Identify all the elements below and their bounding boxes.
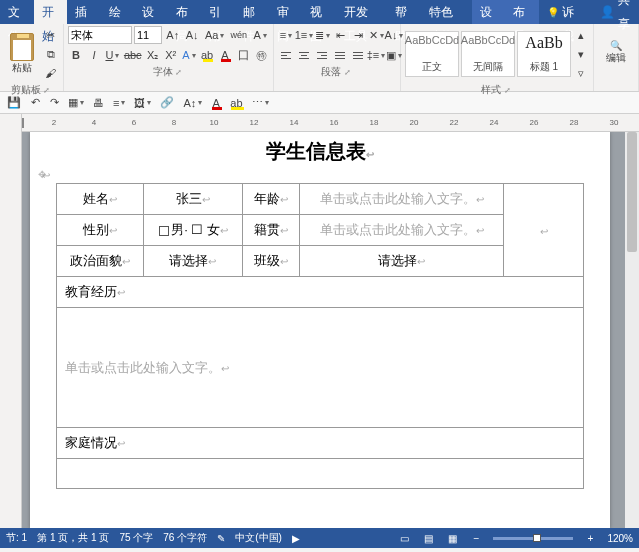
view-web-button[interactable]: ▦ [445, 531, 459, 545]
status-words[interactable]: 75 个字 [119, 531, 153, 545]
tab-table-layout[interactable]: 布局 [505, 0, 539, 24]
cell-family-label[interactable]: 家庭情况 [57, 428, 584, 459]
cell-age-value[interactable]: 单击或点击此处输入文字。 [300, 184, 504, 215]
cell-politics-value[interactable]: 请选择 [143, 246, 242, 277]
font-family-select[interactable] [68, 26, 132, 44]
qat-table[interactable]: ▦ [65, 94, 87, 112]
cell-gender-label[interactable]: 性别 [57, 215, 144, 246]
document-area[interactable]: /* ticks appended below via JS */ 246810… [22, 114, 639, 528]
qat-link[interactable]: 🔗 [157, 94, 177, 112]
align-center-button[interactable] [296, 46, 312, 64]
tab-mail[interactable]: 邮件 [235, 0, 269, 24]
info-table[interactable]: 姓名 张三 年龄 单击或点击此处输入文字。 性别 男· ☐ 女 籍贯 单击或点击… [56, 183, 584, 489]
clear-format-button[interactable]: A [251, 26, 269, 44]
tab-draw[interactable]: 绘图 [101, 0, 135, 24]
align-right-button[interactable] [314, 46, 330, 64]
cell-age-label[interactable]: 年龄 [242, 184, 299, 215]
numbering-button[interactable]: 1≡ [296, 26, 312, 44]
tab-review[interactable]: 审阅 [269, 0, 303, 24]
qat-highlight[interactable]: ab [227, 94, 245, 112]
tab-layout[interactable]: 布局 [168, 0, 202, 24]
copy-button[interactable]: ⧉ [42, 45, 59, 63]
cut-button[interactable]: ✂ [42, 26, 59, 44]
styles-launcher[interactable]: ⤢ [504, 86, 513, 95]
tab-special[interactable]: 特色功能 [421, 0, 472, 24]
cell-politics-label[interactable]: 政治面貌 [57, 246, 144, 277]
view-print-button[interactable]: ▤ [421, 531, 435, 545]
cell-native-value[interactable]: 单击或点击此处输入文字。 [300, 215, 504, 246]
cell-native-label[interactable]: 籍贯 [242, 215, 299, 246]
cell-name-value[interactable]: 张三 [143, 184, 242, 215]
format-painter-button[interactable]: 🖌 [42, 64, 59, 82]
subscript-button[interactable]: X₂ [145, 46, 161, 64]
sort-button[interactable]: A↓ [386, 26, 402, 44]
horizontal-ruler[interactable]: /* ticks appended below via JS */ 246810… [22, 114, 639, 132]
strikethrough-button[interactable]: abc [123, 46, 143, 64]
increase-indent-button[interactable]: ⇥ [350, 26, 366, 44]
bullets-button[interactable]: ≡ [278, 26, 294, 44]
text-effects-button[interactable]: A [181, 46, 197, 64]
cell-name-label[interactable]: 姓名 [57, 184, 144, 215]
status-page[interactable]: 第 1 页，共 1 页 [37, 531, 109, 545]
tab-help[interactable]: 帮助 [387, 0, 421, 24]
align-left-button[interactable] [278, 46, 294, 64]
phonetic-guide-button[interactable]: wén [228, 26, 249, 44]
qat-font-size[interactable]: A↕ [180, 94, 205, 112]
tab-view[interactable]: 视图 [302, 0, 336, 24]
scroll-thumb[interactable] [627, 132, 637, 252]
qat-font-color[interactable]: A [208, 94, 224, 112]
style-normal[interactable]: AaBbCcDd正文 [405, 31, 459, 77]
font-launcher[interactable]: ⤢ [175, 68, 184, 77]
align-justify-button[interactable] [332, 46, 348, 64]
tab-home[interactable]: 开始 [34, 0, 68, 24]
cell-gender-value[interactable]: 男· ☐ 女 [143, 215, 242, 246]
qat-more[interactable]: ⋯ [249, 94, 272, 112]
checkbox-male[interactable] [159, 226, 169, 236]
qat-save[interactable]: 💾 [4, 94, 24, 112]
grow-font-button[interactable]: A↑ [164, 26, 181, 44]
cell-class-label[interactable]: 班级 [242, 246, 299, 277]
character-border-button[interactable]: 囗 [235, 46, 251, 64]
font-color-button[interactable]: A [217, 46, 233, 64]
view-read-button[interactable]: ▭ [397, 531, 411, 545]
change-case-button[interactable]: Aa [203, 26, 226, 44]
tab-file[interactable]: 文件 [0, 0, 34, 24]
qat-redo[interactable]: ↷ [46, 94, 62, 112]
status-macro-icon[interactable]: ▶ [292, 533, 300, 544]
enclose-char-button[interactable]: ㊕ [253, 46, 269, 64]
style-heading1[interactable]: AaBb标题 1 [517, 31, 571, 77]
zoom-out-button[interactable]: − [469, 531, 483, 545]
tab-insert[interactable]: 插入 [67, 0, 101, 24]
cell-edu-body[interactable]: 单击或点击此处输入文字。 [57, 308, 584, 428]
qat-print[interactable]: 🖶 [90, 94, 107, 112]
shrink-font-button[interactable]: A↓ [183, 26, 200, 44]
shading-button[interactable]: ▣ [386, 46, 402, 64]
status-section[interactable]: 节: 1 [6, 531, 27, 545]
doc-title[interactable]: 学生信息表 [56, 138, 584, 165]
zoom-thumb[interactable] [533, 534, 541, 542]
decrease-indent-button[interactable]: ⇤ [332, 26, 348, 44]
tab-table-design[interactable]: 设计 [472, 0, 506, 24]
cell-photo[interactable] [504, 184, 584, 277]
tab-developer[interactable]: 开发工具 [336, 0, 387, 24]
superscript-button[interactable]: X² [163, 46, 179, 64]
style-no-spacing[interactable]: AaBbCcDd无间隔 [461, 31, 515, 77]
vertical-scrollbar[interactable]: ▲ ▼ [625, 132, 639, 528]
qat-image[interactable]: 🖼 [131, 94, 154, 112]
zoom-level[interactable]: 120% [607, 533, 633, 544]
multilevel-button[interactable]: ≣ [314, 26, 330, 44]
tab-design[interactable]: 设计 [134, 0, 168, 24]
find-button[interactable]: 🔍编辑 [598, 28, 634, 78]
status-language[interactable]: 中文(中国) [235, 531, 282, 545]
bold-button[interactable]: B [68, 46, 84, 64]
styles-scroll-down[interactable]: ▾ [573, 45, 589, 63]
paragraph-launcher[interactable]: ⤢ [344, 68, 353, 77]
styles-expand[interactable]: ▿ [573, 64, 589, 82]
italic-button[interactable]: I [86, 46, 102, 64]
underline-button[interactable]: U [104, 46, 121, 64]
tab-references[interactable]: 引用 [201, 0, 235, 24]
font-size-select[interactable] [134, 26, 162, 44]
qat-bullets[interactable]: ≡ [110, 94, 128, 112]
cell-class-value[interactable]: 请选择 [300, 246, 504, 277]
line-spacing-button[interactable]: ‡≡ [368, 46, 384, 64]
